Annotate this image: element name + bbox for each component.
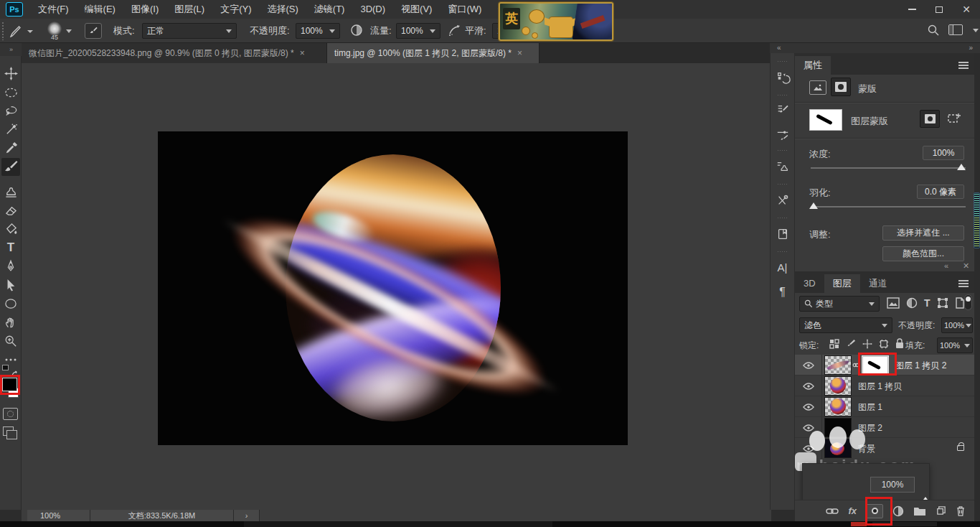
document-tab-1[interactable]: 微信图片_20200528233948.png @ 90.9% (图层 0 拷贝… bbox=[22, 43, 327, 63]
layer-thumbnail[interactable] bbox=[825, 377, 851, 395]
brushes-panel-icon[interactable] bbox=[771, 122, 794, 146]
menu-type[interactable]: 文字(Y) bbox=[212, 0, 259, 19]
flow-select[interactable]: 100% bbox=[396, 23, 440, 39]
minimize-button[interactable] bbox=[898, 0, 925, 19]
pressure-opacity-icon[interactable] bbox=[349, 22, 364, 41]
menu-image[interactable]: 图像(I) bbox=[123, 0, 166, 19]
density-slider[interactable] bbox=[811, 167, 966, 169]
tool-preset-picker[interactable] bbox=[9, 22, 34, 40]
pixel-layer-props-icon[interactable] bbox=[809, 80, 826, 95]
layers-opacity-field[interactable]: 100% bbox=[941, 317, 973, 333]
tab-close-icon[interactable]: × bbox=[517, 48, 522, 58]
eraser-tool[interactable] bbox=[1, 201, 20, 219]
layer-filter-select[interactable]: 类型 bbox=[799, 296, 880, 312]
toolbox-collapse-button[interactable]: » bbox=[0, 43, 22, 56]
visibility-toggle[interactable] bbox=[795, 417, 822, 438]
layer-mask-thumbnail-large[interactable] bbox=[809, 109, 842, 131]
screen-mode-icon[interactable] bbox=[3, 426, 14, 436]
airbrush-icon[interactable] bbox=[446, 22, 462, 41]
lock-position-icon[interactable] bbox=[862, 339, 872, 349]
density-slider-thumb[interactable] bbox=[957, 164, 966, 170]
search-icon[interactable] bbox=[927, 24, 940, 39]
link-layers-icon[interactable] bbox=[826, 508, 839, 515]
paint-bucket-tool[interactable] bbox=[1, 220, 20, 238]
filter-type-icon[interactable]: T bbox=[924, 297, 930, 309]
pen-tool[interactable] bbox=[1, 257, 20, 275]
layer-thumbnail[interactable] bbox=[825, 419, 851, 437]
feather-slider-thumb[interactable] bbox=[809, 202, 818, 209]
menu-view[interactable]: 视图(V) bbox=[393, 0, 440, 19]
layer-thumbnail[interactable] bbox=[825, 356, 851, 374]
paragraph-panel-icon[interactable]: ¶ bbox=[771, 280, 794, 304]
select-and-mask-button[interactable]: 选择并遮住 ... bbox=[882, 225, 964, 241]
fill-field[interactable]: 100% bbox=[937, 337, 973, 353]
adjustment-layer-icon[interactable] bbox=[892, 505, 904, 517]
layer-row-2[interactable]: 图层 1 拷贝 bbox=[795, 376, 974, 396]
canvas-image[interactable] bbox=[158, 131, 628, 445]
zoom-level-field[interactable]: 100% bbox=[27, 510, 90, 521]
swap-colors-icon[interactable] bbox=[11, 368, 17, 373]
visibility-toggle[interactable] bbox=[795, 376, 822, 396]
libraries-panel-icon[interactable] bbox=[771, 220, 794, 248]
brush-tool[interactable] bbox=[1, 158, 20, 176]
panel-close-icon[interactable]: ✕ bbox=[963, 261, 969, 271]
new-group-icon[interactable] bbox=[913, 506, 926, 516]
menu-edit[interactable]: 编辑(E) bbox=[77, 0, 123, 19]
eyedropper-tool[interactable] bbox=[1, 139, 20, 157]
quick-mask-icon[interactable] bbox=[3, 408, 18, 420]
new-layer-icon[interactable] bbox=[936, 505, 946, 516]
feather-slider[interactable] bbox=[811, 206, 966, 207]
layer-row-3[interactable]: 图层 1 bbox=[795, 396, 974, 417]
layer-thumbnail[interactable] bbox=[825, 439, 851, 457]
mask-props-icon-selected[interactable] bbox=[831, 78, 851, 96]
menu-filter[interactable]: 滤镜(T) bbox=[306, 0, 353, 19]
history-panel-icon[interactable] bbox=[771, 64, 794, 91]
type-tool[interactable]: T bbox=[1, 238, 20, 256]
brush-settings-panel-icon[interactable] bbox=[771, 98, 794, 122]
document-tab-2[interactable]: timg.jpg @ 100% (图层 1 拷贝 2, 图层蒙版/8) * × bbox=[327, 43, 540, 63]
visibility-toggle[interactable] bbox=[795, 438, 822, 459]
toggle-brush-panel-button[interactable] bbox=[85, 23, 102, 39]
tab-properties[interactable]: 属性 bbox=[795, 56, 831, 75]
zoom-tool[interactable] bbox=[1, 332, 20, 350]
status-chevron-icon[interactable]: › bbox=[234, 510, 260, 521]
layer-row-background[interactable]: 背景 bbox=[795, 438, 974, 459]
lasso-tool[interactable] bbox=[1, 102, 20, 120]
close-button[interactable]: ✕ bbox=[953, 0, 980, 19]
magic-wand-tool[interactable] bbox=[1, 121, 20, 139]
blend-mode-select[interactable]: 正常 bbox=[142, 23, 237, 39]
layer-thumbnail[interactable] bbox=[825, 398, 851, 416]
brush-preset-picker[interactable]: 45 bbox=[47, 21, 80, 41]
path-select-tool[interactable] bbox=[1, 276, 20, 294]
filter-smart-object-icon[interactable] bbox=[955, 297, 965, 309]
opacity-select[interactable]: 100% bbox=[296, 23, 340, 39]
layers-blend-mode-select[interactable]: 滤色 bbox=[799, 317, 892, 333]
color-range-button[interactable]: 颜色范围... bbox=[882, 246, 964, 261]
tab-close-icon[interactable]: × bbox=[300, 48, 305, 58]
tool-presets-panel-icon[interactable] bbox=[771, 187, 794, 214]
panel-menu-icon[interactable] bbox=[958, 60, 969, 70]
layer-row-4[interactable]: 图层 2 bbox=[795, 417, 974, 438]
tab-channels[interactable]: 通道 bbox=[860, 274, 896, 293]
expand-panels-icon[interactable]: » bbox=[969, 44, 973, 52]
lock-all-icon[interactable] bbox=[895, 338, 904, 349]
lock-pixels-icon[interactable] bbox=[846, 339, 856, 349]
default-colors-icon[interactable] bbox=[2, 365, 9, 370]
menu-file[interactable]: 文件(F) bbox=[30, 0, 77, 19]
canvas-pasteboard[interactable] bbox=[22, 63, 771, 510]
workspace-caret-icon[interactable] bbox=[973, 29, 979, 32]
ellipse-shape-tool[interactable] bbox=[1, 294, 20, 312]
visibility-toggle[interactable] bbox=[795, 355, 822, 376]
menu-select[interactable]: 选择(S) bbox=[259, 0, 306, 19]
lock-transparency-icon[interactable] bbox=[829, 339, 839, 349]
filter-toggle-switch[interactable] bbox=[964, 294, 972, 310]
workspace-switcher-icon[interactable] bbox=[948, 24, 963, 35]
restore-button[interactable] bbox=[925, 0, 953, 19]
filter-pixel-icon[interactable] bbox=[887, 297, 900, 309]
layer-style-icon[interactable]: fx bbox=[848, 505, 857, 516]
move-tool[interactable] bbox=[1, 65, 20, 83]
menu-layer[interactable]: 图层(L) bbox=[166, 0, 212, 19]
lock-artboard-icon[interactable] bbox=[879, 339, 889, 349]
hand-tool[interactable] bbox=[1, 313, 20, 331]
filter-shape-icon[interactable] bbox=[937, 297, 948, 309]
